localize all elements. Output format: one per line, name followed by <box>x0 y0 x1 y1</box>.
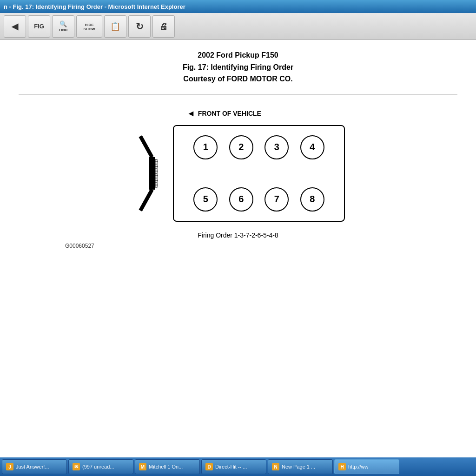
cylinder-row-top: 1 2 3 4 <box>188 135 330 159</box>
taskbar-label-newpage1: New Page 1 ... <box>282 464 315 469</box>
engine-diagram: 1 2 3 4 5 6 7 8 <box>131 122 345 225</box>
toolbar-btn-find[interactable]: 🔍 FIND <box>52 15 74 38</box>
taskbar-icon-justanswer: J <box>6 463 13 470</box>
hideshow-label: HIDESHOW <box>84 23 95 31</box>
find-icon: 🔍 <box>60 21 67 27</box>
toolbar: ◀ FIG 🔍 FIND HIDESHOW 📋 ↻ 🖨 <box>0 13 476 40</box>
cylinder-8: 8 <box>300 187 324 212</box>
toolbar-btn-hideshow[interactable]: HIDESHOW <box>76 15 102 38</box>
taskbar: J Just Answer!... ✉ (997 unread... M Mit… <box>0 457 476 476</box>
taskbar-item-mitchell[interactable]: M Mitchell 1 On... <box>135 459 200 474</box>
refresh-icon: ↻ <box>136 22 144 31</box>
taskbar-label-directhit: Direct-Hit -- ... <box>215 464 247 469</box>
fig-icon: FIG <box>34 23 44 29</box>
cylinder-7: 7 <box>264 187 289 212</box>
part-number: G00060527 <box>65 243 94 249</box>
toolbar-btn-prev[interactable]: ◀ <box>4 15 26 38</box>
taskbar-item-http[interactable]: H http://ww <box>334 459 399 474</box>
svg-line-0 <box>140 136 152 157</box>
svg-rect-2 <box>149 157 155 190</box>
page-title: 2002 Ford Pickup F150 Fig. 17: Identifyi… <box>19 49 457 85</box>
toolbar-btn-fig[interactable]: FIG <box>28 15 50 38</box>
taskbar-label-mitchell: Mitchell 1 On... <box>149 464 183 469</box>
title-line2: Fig. 17: Identifying Firing Order <box>19 61 457 73</box>
cylinder-3: 3 <box>264 135 289 159</box>
cylinder-2: 2 <box>229 135 253 159</box>
taskbar-item-justanswer[interactable]: J Just Answer!... <box>2 459 67 474</box>
title-bar: n - Fig. 17: Identifying Firing Order - … <box>0 0 476 13</box>
taskbar-item-newpage1[interactable]: N New Page 1 ... <box>268 459 333 474</box>
taskbar-icon-997unread: ✉ <box>73 463 80 470</box>
engine-block: 1 2 3 4 5 6 7 8 <box>173 125 345 222</box>
taskbar-icon-http: H <box>338 463 346 470</box>
front-label: ◄ FRONT OF VEHICLE <box>187 109 261 119</box>
taskbar-label-http: http://ww <box>348 464 368 469</box>
distributor <box>131 122 168 225</box>
title-divider <box>19 94 457 95</box>
title-bar-text: n - Fig. 17: Identifying Firing Order - … <box>4 3 185 10</box>
cylinder-5: 5 <box>193 187 218 212</box>
cylinder-1: 1 <box>193 135 218 159</box>
svg-line-1 <box>140 190 152 211</box>
firing-order-text: Firing Order 1-3-7-2-6-5-4-8 <box>198 231 278 239</box>
front-arrow-icon: ◄ <box>187 109 195 119</box>
taskbar-icon-mitchell: M <box>139 463 146 470</box>
toolbar-btn-nav[interactable]: 📋 <box>104 15 126 38</box>
find-label: FIND <box>59 28 68 32</box>
cylinder-4: 4 <box>300 135 324 159</box>
front-label-text: FRONT OF VEHICLE <box>198 110 261 117</box>
title-line3: Courtesy of FORD MOTOR CO. <box>19 73 457 85</box>
taskbar-item-997unread[interactable]: ✉ (997 unread... <box>68 459 133 474</box>
content-area: 2002 Ford Pickup F150 Fig. 17: Identifyi… <box>0 40 476 457</box>
taskbar-icon-directhit: D <box>205 463 213 470</box>
cylinder-6: 6 <box>229 187 253 212</box>
nav-icon: 📋 <box>110 22 120 31</box>
distributor-svg <box>131 122 168 225</box>
title-line1: 2002 Ford Pickup F150 <box>19 49 457 61</box>
diagram-container: ◄ FRONT OF VEHICLE <box>19 109 457 249</box>
cylinder-row-bottom: 5 6 7 8 <box>188 187 330 212</box>
taskbar-icon-newpage1: N <box>272 463 279 470</box>
prev-icon: ◀ <box>12 22 18 31</box>
toolbar-btn-print[interactable]: 🖨 <box>152 15 175 38</box>
print-icon: 🖨 <box>159 22 168 31</box>
taskbar-item-directhit[interactable]: D Direct-Hit -- ... <box>201 459 266 474</box>
toolbar-btn-refresh[interactable]: ↻ <box>128 15 151 38</box>
taskbar-label-997unread: (997 unread... <box>82 464 114 469</box>
taskbar-label-justanswer: Just Answer!... <box>16 464 49 469</box>
